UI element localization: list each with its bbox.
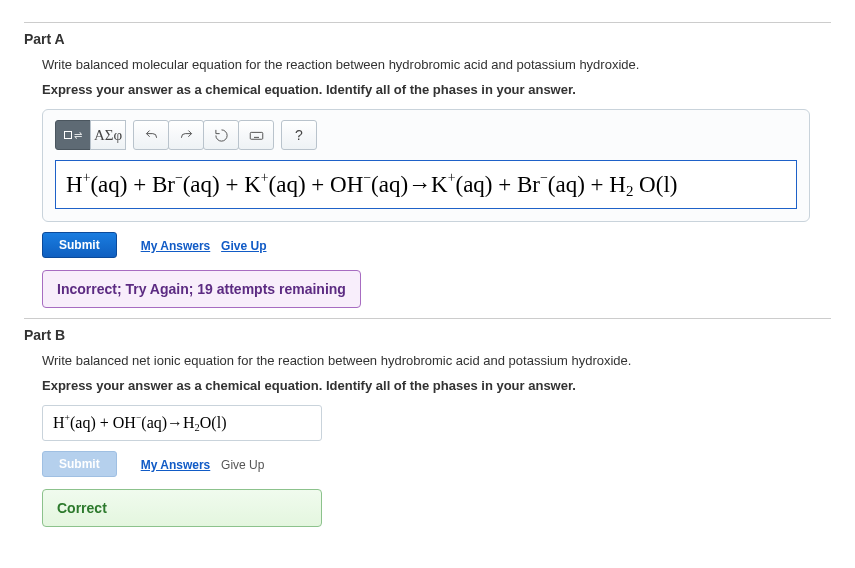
part-b-prompt: Write balanced net ionic equation for th… bbox=[42, 353, 831, 368]
part-a-answer-panel: ⇌ ΑΣφ ? H+(aq) + Br−(aq) bbox=[42, 109, 810, 222]
part-a-equation-input[interactable]: H+(aq) + Br−(aq) + K+(aq) + OH−(aq)→K+(a… bbox=[55, 160, 797, 209]
give-up-link[interactable]: Give Up bbox=[221, 239, 266, 253]
equation-toolbar: ⇌ ΑΣφ ? bbox=[43, 110, 809, 158]
reset-icon bbox=[214, 128, 229, 143]
help-button[interactable]: ? bbox=[281, 120, 317, 150]
part-a-title: Part A bbox=[24, 31, 831, 47]
submit-button: Submit bbox=[42, 451, 117, 477]
divider bbox=[24, 22, 831, 23]
submit-button[interactable]: Submit bbox=[42, 232, 117, 258]
part-b-title: Part B bbox=[24, 327, 831, 343]
part-b-feedback: Correct bbox=[42, 489, 322, 527]
greek-button[interactable]: ΑΣφ bbox=[90, 120, 126, 150]
svg-rect-0 bbox=[250, 132, 263, 139]
keyboard-icon bbox=[249, 128, 264, 143]
undo-button[interactable] bbox=[133, 120, 169, 150]
keyboard-button[interactable] bbox=[238, 120, 274, 150]
template-icon: ⇌ bbox=[64, 130, 82, 141]
undo-icon bbox=[144, 128, 159, 143]
template-button[interactable]: ⇌ bbox=[55, 120, 91, 150]
part-b-equation-display: H+(aq) + OH−(aq)→H2O(l) bbox=[42, 405, 322, 441]
my-answers-link[interactable]: My Answers bbox=[141, 458, 211, 472]
greek-label: ΑΣφ bbox=[94, 127, 122, 144]
reset-button[interactable] bbox=[203, 120, 239, 150]
redo-icon bbox=[179, 128, 194, 143]
give-up-link: Give Up bbox=[221, 458, 264, 472]
divider bbox=[24, 318, 831, 319]
my-answers-link[interactable]: My Answers bbox=[141, 239, 211, 253]
redo-button[interactable] bbox=[168, 120, 204, 150]
help-label: ? bbox=[295, 127, 303, 143]
part-b-instruction: Express your answer as a chemical equati… bbox=[42, 378, 831, 393]
part-a-feedback: Incorrect; Try Again; 19 attempts remain… bbox=[42, 270, 361, 308]
part-a-actions: Submit My Answers Give Up bbox=[42, 232, 831, 258]
part-a-instruction: Express your answer as a chemical equati… bbox=[42, 82, 831, 97]
part-a-prompt: Write balanced molecular equation for th… bbox=[42, 57, 831, 72]
part-b-actions: Submit My Answers Give Up bbox=[42, 451, 831, 477]
